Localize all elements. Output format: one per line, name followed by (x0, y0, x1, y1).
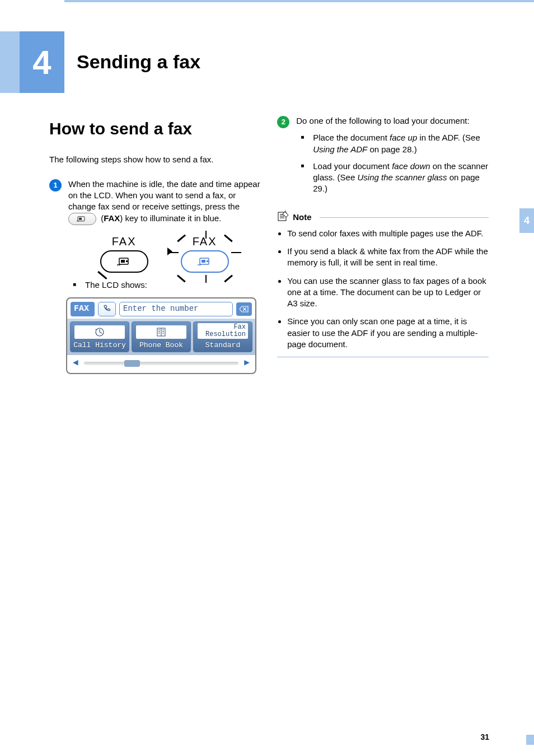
step-2-bullet-2: Load your document face down on the scan… (313, 161, 488, 195)
b1-post: on page 28.) (367, 144, 416, 154)
lcd-fax-resolution-button: FaxResolution Standard (193, 321, 252, 352)
lcd-mode-tag: FAX (71, 302, 95, 316)
note-item-3: You can use the scanner glass to fax pag… (287, 276, 488, 310)
fax-key-icon (68, 213, 96, 225)
svg-rect-1 (79, 217, 82, 220)
b2-ital: face down (392, 161, 430, 171)
lcd-scrollbar (84, 362, 239, 365)
note-item-1: To send color faxes with multiple pages … (287, 228, 488, 239)
lcd-fax-res-top: FaxResolution (198, 323, 248, 339)
step-2-body: Do one of the following to load your doc… (296, 115, 488, 200)
b1-ref: Using the ADF (313, 144, 367, 154)
b1-pre: Place the document (313, 133, 390, 142)
lcd-clock-icon (74, 325, 125, 339)
note-top-line (320, 217, 489, 218)
fax-btn-before-label: FAX (100, 234, 148, 249)
page-number: 31 (480, 732, 489, 743)
lcd-call-history-button: Call History (70, 321, 129, 352)
note-bottom-line (277, 357, 488, 357)
lcd-book-icon (136, 325, 186, 339)
header-bar (64, 0, 534, 21)
lcd-screenshot: FAX Enter the number (66, 297, 256, 374)
note-header: Note (277, 211, 488, 225)
fax-btn-after: FAX (181, 234, 229, 273)
step-1: 1 When the machine is idle, the date and… (49, 179, 260, 374)
svg-rect-5 (126, 260, 128, 262)
step-1-open-paren: ( (99, 213, 104, 223)
lcd-call-history-label: Call History (73, 340, 126, 351)
b1-mid: in the ADF. (See (417, 133, 480, 142)
fax-btn-before: FAX (100, 234, 148, 273)
step-2-bullet-1: Place the document face up in the ADF. (… (313, 132, 488, 155)
step-2-intro: Do one of the following to load your doc… (296, 116, 469, 125)
side-tab: 4 (519, 208, 534, 233)
step-2-bullets: Place the document face up in the ADF. (… (296, 132, 488, 194)
svg-line-15 (100, 332, 102, 333)
lcd-buttons-row: Call History Phone Book FaxResolution St… (67, 319, 255, 355)
lcd-shows-list: The LCD shows: (68, 279, 260, 291)
step-2: 2 Do one of the following to load your d… (277, 115, 488, 200)
lcd-top-row: FAX Enter the number (67, 298, 255, 319)
side-tab-number: 4 (524, 214, 530, 227)
chapter-accent (0, 31, 20, 93)
step-1-text-a: When the machine is idle, the date and t… (68, 179, 260, 212)
note-label: Note (293, 212, 311, 223)
lcd-left-arrow-icon: ◀ (73, 357, 78, 370)
svg-rect-8 (202, 260, 205, 263)
lcd-number-placeholder: Enter the number (123, 304, 198, 314)
b1-ital: face up (390, 133, 417, 142)
right-column: 2 Do one of the following to load your d… (277, 115, 488, 380)
page-number-accent (526, 735, 534, 745)
svg-rect-4 (121, 260, 125, 263)
note-item-4: Since you can only scan one page at a ti… (287, 316, 488, 350)
chapter-title: Sending a fax (77, 49, 200, 75)
svg-line-28 (285, 211, 286, 212)
note-item-2: If you send a black & white fax from the… (287, 246, 488, 269)
lcd-phone-book-button: Phone Book (132, 321, 191, 352)
left-column: How to send a fax The following steps sh… (49, 115, 260, 380)
step-1-close: ) key to illuminate it in blue. (120, 213, 221, 223)
svg-rect-9 (207, 260, 208, 262)
b2-ref: Using the scanner glass (357, 172, 447, 182)
content-columns: How to send a fax The following steps sh… (0, 93, 534, 380)
chapter-number: 4 (32, 40, 51, 85)
lcd-phone-book-label: Phone Book (139, 340, 183, 351)
fax-button-illustration: FAX FAX (68, 234, 260, 273)
note-list: To send color faxes with multiple pages … (277, 228, 488, 350)
lcd-number-entry: Enter the number (119, 302, 233, 316)
lcd-right-arrow-icon: ▶ (244, 357, 250, 370)
chapter-number-box: 4 (20, 31, 64, 93)
step-1-badge: 1 (49, 179, 62, 192)
note-icon (277, 211, 289, 225)
lcd-scroll-row: ◀ ▶ (67, 355, 255, 373)
lcd-dial-icon-button (98, 302, 116, 316)
lcd-fax-res-bottom: Standard (205, 340, 240, 351)
lcd-backspace-button (236, 302, 252, 316)
fax-btn-before-oval (100, 250, 148, 273)
step-1-fax-bold: FAX (104, 213, 120, 223)
chapter-header: 4 Sending a fax (0, 31, 534, 93)
step-1-body: When the machine is idle, the date and t… (68, 179, 260, 374)
fax-btn-after-label: FAX (181, 234, 229, 249)
fax-btn-after-oval (181, 250, 229, 273)
intro-text: The following steps show how to send a f… (49, 154, 260, 165)
section-heading: How to send a fax (49, 118, 260, 141)
b2-pre: Load your document (313, 161, 392, 171)
lcd-shows-text: The LCD shows: (85, 279, 260, 291)
step-2-badge: 2 (277, 116, 289, 128)
